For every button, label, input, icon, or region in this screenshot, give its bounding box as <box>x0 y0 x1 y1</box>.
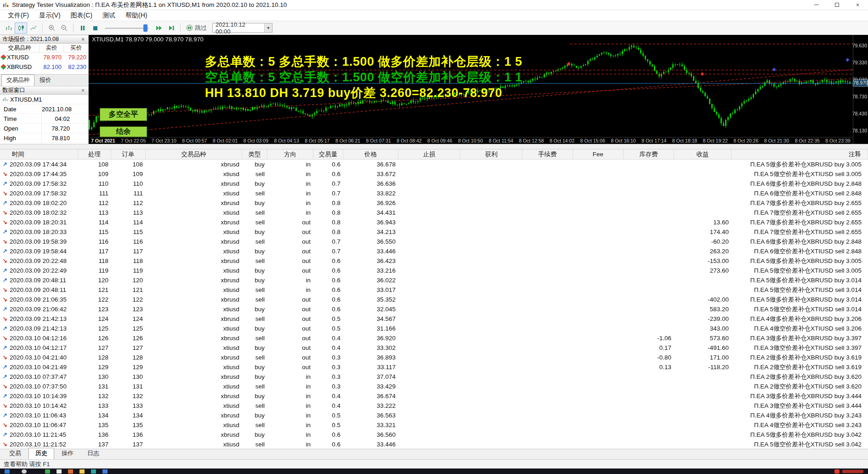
notification-badge-icon[interactable] <box>834 469 840 474</box>
mw-column-header[interactable]: 卖价 <box>40 44 64 52</box>
history-row[interactable]: ↘2020.03.09 21:42:13124124xbrusdsellout0… <box>0 314 868 324</box>
balance-button[interactable]: 结余 <box>100 126 147 137</box>
menu-item[interactable]: 测试 <box>97 11 120 21</box>
close-icon[interactable]: × <box>80 87 86 94</box>
taskbar-app-icon[interactable] <box>45 469 50 474</box>
mw-column-header[interactable]: 交易品种 <box>0 44 40 52</box>
mw-tab-交易品种[interactable]: 交易品种 <box>1 74 34 86</box>
price-cell: 36.550 <box>343 238 398 245</box>
history-row[interactable]: ↘2020.03.09 21:06:35122122xbrusdsellout0… <box>0 295 868 304</box>
column-header[interactable]: 库存费 <box>624 149 674 159</box>
volume-cell: 0.4 <box>313 335 343 342</box>
menu-item[interactable]: 帮助(H) <box>120 11 152 21</box>
column-header[interactable]: 方向 <box>267 149 313 159</box>
skip-to-end-button[interactable] <box>165 23 177 34</box>
taskbar-app-icon[interactable] <box>79 469 85 474</box>
panel-splitter[interactable] <box>0 144 868 149</box>
column-header[interactable]: 处理 <box>78 149 111 159</box>
history-row[interactable]: ↗2020.03.10 11:06:43134134xbrusdbuyin0.5… <box>0 411 868 420</box>
time-axis-label: 8 Oct 00:57 <box>182 138 207 143</box>
pause-button[interactable] <box>76 23 89 34</box>
price-scale[interactable]: 79.63079.33079.03078.73078.43078.13078.9… <box>853 35 868 144</box>
taskbar-app-icon[interactable] <box>91 469 96 474</box>
taskbar-app-icon[interactable] <box>57 469 62 474</box>
column-header[interactable]: 订单 <box>111 149 146 159</box>
history-row[interactable]: ↗2020.03.10 11:21:45136136xbrusdbuyin0.6… <box>0 430 868 440</box>
tab-交易[interactable]: 交易 <box>3 448 28 459</box>
speed-slider[interactable] <box>105 23 149 33</box>
menu-item[interactable]: 显示(V) <box>34 11 66 21</box>
history-row[interactable]: ↘2020.03.10 04:21:40128128xbrusdsellout0… <box>0 353 868 362</box>
chevron-down-icon[interactable]: ▼ <box>264 23 272 32</box>
column-header[interactable]: 获利 <box>460 149 522 159</box>
history-row[interactable]: ↗2020.03.09 20:48:11120120xbrusdbuyin0.6… <box>0 275 868 285</box>
history-row[interactable]: ↗2020.03.10 10:14:39132132xbrusdbuyin0.4… <box>0 391 868 401</box>
column-header[interactable]: 交易品种 <box>146 149 242 159</box>
close-all-positions-button[interactable]: 多空全平 <box>100 108 147 121</box>
zoom-out-button[interactable] <box>58 23 70 34</box>
history-row[interactable]: ↘2020.03.09 18:20:31114114xbrusdsellout0… <box>0 217 868 227</box>
tab-历史[interactable]: 历史 <box>28 448 54 459</box>
history-row[interactable]: ↘2020.03.10 11:21:52137137xtiusdsellin0.… <box>0 440 868 449</box>
bar-chart-mode-button[interactable] <box>2 23 15 34</box>
column-header[interactable]: 价格 <box>343 149 398 159</box>
menu-item[interactable]: 图表(C) <box>66 11 97 21</box>
column-header[interactable]: 交易量 <box>313 149 343 159</box>
history-row[interactable]: ↘2020.03.09 19:58:39116116xbrusdsellout0… <box>0 237 868 246</box>
fast-forward-button[interactable] <box>153 23 165 34</box>
history-row[interactable]: ↘2020.03.10 10:14:42133133xtiusdsellin0.… <box>0 401 868 411</box>
history-row[interactable]: ↗2020.03.09 21:06:42123123xtiusdbuyout0.… <box>0 304 868 314</box>
market-watch-row[interactable]: XBRUSD82.10082.230 <box>0 62 88 72</box>
column-header[interactable]: 时间 <box>0 149 78 159</box>
line-chart-mode-button[interactable] <box>27 23 40 34</box>
time-axis[interactable]: 7 Oct 20217 Oct 22:057 Oct 23:108 Oct 00… <box>89 137 853 144</box>
history-row[interactable]: ↘2020.03.10 11:06:47135135xtiusdsellin0.… <box>0 420 868 430</box>
stop-button[interactable] <box>89 23 101 34</box>
history-row[interactable]: ↘2020.03.10 07:37:50131131xtiusdsellin0.… <box>0 382 868 391</box>
taskbar-app-icon[interactable] <box>102 469 108 474</box>
history-row[interactable]: ↗2020.03.10 04:12:17127127xtiusdbuyout0.… <box>0 343 868 353</box>
history-row[interactable]: ↗2020.03.10 04:21:49129129xtiusdbuyout0.… <box>0 362 868 372</box>
history-row[interactable]: ↗2020.03.09 17:58:32110110xbrusdbuyin0.7… <box>0 179 868 188</box>
comment-cell: П.EA 3做空价差补仓XTIUSD sell 3.397 <box>732 344 868 352</box>
close-icon[interactable]: × <box>80 36 86 43</box>
column-header[interactable]: 止损 <box>398 149 460 159</box>
history-row[interactable]: ↘2020.03.09 17:58:32111111xtiusdsellin0.… <box>0 188 868 198</box>
column-header[interactable]: 手续费 <box>522 149 573 159</box>
maximize-button[interactable] <box>827 0 847 10</box>
history-row[interactable]: ↘2020.03.09 20:48:11121121xtiusdsellin0.… <box>0 285 868 295</box>
history-row[interactable]: ↗2020.03.09 20:22:49119119xtiusdbuyout0.… <box>0 266 868 275</box>
tab-日志[interactable]: 日志 <box>81 448 106 459</box>
column-header[interactable]: Fee <box>573 149 624 159</box>
search-icon[interactable] <box>22 469 27 474</box>
minimize-button[interactable] <box>806 0 827 10</box>
history-row[interactable]: ↘2020.03.09 17:44:35109109xtiusdsellin0.… <box>0 169 868 179</box>
start-button-icon[interactable] <box>5 469 10 474</box>
mw-column-header[interactable]: 买价 <box>64 44 89 52</box>
market-watch-row[interactable]: XTIUSD78.97079.220 <box>0 52 88 62</box>
column-header[interactable]: 注释 <box>732 149 868 159</box>
skip-date-picker[interactable]: 2021.10.12 00:00 ▼ <box>212 23 272 33</box>
history-row[interactable]: ↗2020.03.09 18:02:20112112xbrusdbuyin0.8… <box>0 198 868 208</box>
swap-cell: -0.80 <box>624 354 674 361</box>
close-button[interactable]: × <box>847 0 868 10</box>
menu-item[interactable]: 文件(F) <box>3 11 34 21</box>
slider-handle[interactable] <box>143 24 148 32</box>
column-header[interactable]: 类型 <box>242 149 267 159</box>
history-row[interactable]: ↗2020.03.10 07:37:47130130xbrusdbuyin0.3… <box>0 372 868 382</box>
history-row[interactable]: ↗2020.03.09 21:42:13125125xtiusdbuyout0.… <box>0 324 868 333</box>
history-row[interactable]: ↗2020.03.09 19:58:44117117xtiusdbuyout0.… <box>0 246 868 256</box>
taskbar-app-icon[interactable] <box>68 469 73 474</box>
tab-操作[interactable]: 操作 <box>55 448 80 459</box>
mw-tab-报价[interactable]: 报价 <box>35 75 56 86</box>
history-row[interactable]: ↗2020.03.09 18:20:33115115xtiusdbuyout0.… <box>0 227 868 237</box>
history-row[interactable]: ↘2020.03.09 18:02:32113113xtiusdsellin0.… <box>0 208 868 217</box>
column-header[interactable]: 收益 <box>674 149 732 159</box>
type-cell: buy <box>242 344 267 351</box>
candle-chart-mode-button[interactable] <box>15 23 27 34</box>
zoom-in-button[interactable] <box>45 23 58 34</box>
history-row[interactable]: ↘2020.03.09 20:22:48118118xbrusdsellout0… <box>0 256 868 266</box>
history-row[interactable]: ↘2020.03.10 04:12:16126126xbrusdsellout0… <box>0 333 868 343</box>
skip-to-date-button[interactable]: 跳过 <box>186 24 207 32</box>
history-row[interactable]: ↗2020.03.09 17:44:34108108xbrusdbuyin0.6… <box>0 160 868 169</box>
